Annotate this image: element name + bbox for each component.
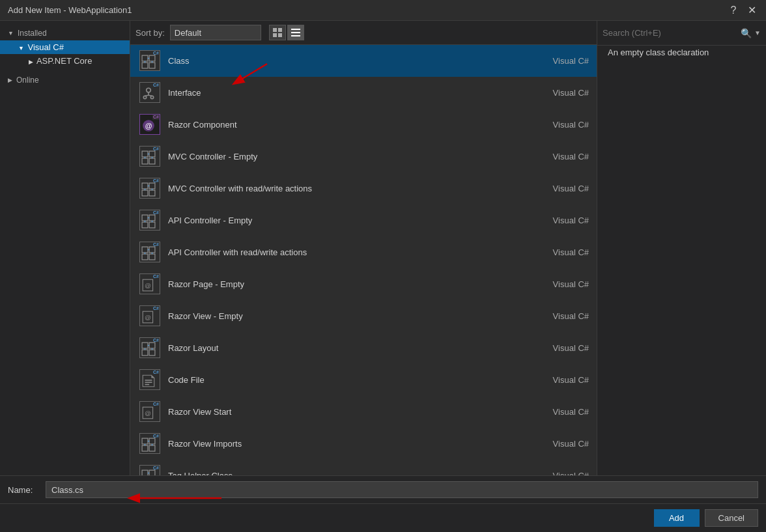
list-item[interactable]: C# @ Razor Component Visual C#: [130, 109, 597, 141]
item-name: Razor View Imports: [168, 439, 537, 449]
search-icon[interactable]: 🔍: [741, 28, 752, 38]
expand-icon-online: ▶: [8, 77, 12, 83]
list-item[interactable]: C# @ Razor View - Empty Visual C#: [130, 300, 597, 332]
add-button[interactable]: Add: [654, 509, 700, 527]
svg-rect-38: [142, 222, 148, 228]
svg-line-18: [145, 95, 149, 96]
item-name: Interface: [168, 88, 537, 98]
svg-point-14: [147, 88, 151, 92]
list-item[interactable]: C# MVC Controller with read/write action…: [130, 173, 597, 204]
razor-page-icon: C# @: [139, 305, 160, 326]
item-icon-container: C# @: [138, 304, 162, 328]
class-icon: C#: [139, 433, 160, 454]
list-item[interactable]: C# API Controller with read/write action…: [130, 236, 597, 268]
list-item[interactable]: C# Class Visual C#: [130, 45, 597, 77]
sidebar: ▼ Installed ▼ Visual C# ▶ ASP.NET Core ▶…: [0, 21, 130, 475]
svg-text:@: @: [145, 122, 152, 130]
class-icon: C#: [139, 242, 160, 262]
item-icon-container: C# @: [138, 272, 162, 296]
svg-rect-68: [142, 438, 148, 444]
svg-rect-56: [142, 350, 148, 356]
item-type: Visual C#: [537, 471, 589, 476]
class-icon: C#: [139, 50, 160, 71]
item-name: Razor Component: [168, 120, 537, 130]
svg-rect-22: [142, 151, 148, 157]
svg-rect-5: [291, 32, 300, 33]
razor-page-icon: C# @: [139, 273, 160, 294]
item-icon-container: C#: [138, 145, 162, 168]
code-file-icon: C#: [139, 369, 160, 390]
item-type: Visual C#: [537, 120, 589, 130]
type-description: An empty class declaration: [608, 46, 756, 59]
svg-point-16: [143, 96, 146, 98]
svg-rect-8: [149, 55, 155, 61]
svg-rect-25: [149, 158, 155, 164]
sort-dropdown[interactable]: Default Name Type: [170, 25, 261, 40]
sort-by-label: Sort by:: [135, 28, 165, 38]
item-type: Visual C#: [537, 279, 589, 289]
svg-rect-30: [149, 183, 155, 189]
sidebar-item-visual-csharp[interactable]: ▼ Visual C#: [0, 40, 130, 54]
item-name: MVC Controller with read/write actions: [168, 184, 537, 193]
class-icon: C#: [139, 210, 160, 231]
item-name: Razor Page - Empty: [168, 279, 537, 289]
list-item[interactable]: C# Razor Layout Visual C#: [130, 332, 597, 364]
svg-rect-69: [149, 438, 155, 444]
svg-rect-0: [273, 28, 277, 32]
list-item[interactable]: C# Tag Helper Class Visual C#: [130, 460, 597, 475]
item-name: Code File: [168, 375, 537, 385]
list-item[interactable]: C# Interface Visual C#: [130, 77, 597, 109]
class-icon: C#: [139, 146, 160, 167]
list-item[interactable]: C# @ Razor Page - Empty Visual C#: [130, 268, 597, 300]
svg-rect-6: [291, 35, 300, 36]
search-input[interactable]: [603, 28, 738, 38]
sidebar-installed-header[interactable]: ▼ Installed: [0, 26, 130, 40]
items-list[interactable]: C# Class Visual C# C#: [130, 45, 597, 475]
close-button[interactable]: ✕: [745, 5, 758, 16]
view-buttons: [269, 25, 304, 40]
sort-wrapper: Default Name Type: [170, 25, 261, 40]
class-icon: C#: [139, 465, 160, 475]
dialog-title: Add New Item - WebApplication1: [8, 5, 132, 15]
class-icon: C#: [139, 178, 160, 199]
svg-rect-7: [142, 55, 148, 61]
svg-text:@: @: [145, 410, 151, 417]
help-button[interactable]: ?: [727, 5, 740, 16]
item-icon-container: C#: [138, 49, 162, 72]
interface-icon: C#: [139, 82, 160, 103]
list-item[interactable]: C# API Controller - Empty Visual C#: [130, 204, 597, 236]
sidebar-online-header[interactable]: ▶ Online: [0, 73, 130, 87]
bottom-bar: Name:: [0, 475, 766, 503]
name-input[interactable]: [46, 481, 758, 498]
expand-icon-aspnet: ▶: [29, 59, 33, 65]
svg-point-17: [150, 96, 153, 98]
list-view-button[interactable]: [287, 25, 304, 40]
cancel-button[interactable]: Cancel: [705, 509, 758, 527]
svg-rect-1: [278, 28, 282, 32]
item-type: Visual C#: [537, 439, 589, 449]
item-icon-container: C#: [138, 336, 162, 359]
search-options-icon[interactable]: ▼: [754, 29, 761, 36]
item-type: Visual C#: [537, 311, 589, 321]
content-area: Sort by: Default Name Type: [130, 21, 597, 475]
list-item[interactable]: C# MVC Controller - Empty Visual C#: [130, 141, 597, 173]
grid-view-button[interactable]: [269, 25, 286, 40]
title-bar: Add New Item - WebApplication1 ? ✕: [0, 0, 766, 21]
item-type: Visual C#: [537, 88, 589, 98]
list-item[interactable]: C# @ Razor View Start Visual C#: [130, 396, 597, 428]
svg-rect-37: [149, 215, 155, 221]
list-item[interactable]: C# Razor View Imports Visual C#: [130, 428, 597, 460]
item-type: Visual C#: [537, 184, 589, 193]
sidebar-item-aspnet-core[interactable]: ▶ ASP.NET Core: [0, 54, 130, 68]
list-item[interactable]: C# Code File Visual C#: [130, 364, 597, 396]
item-type: Visual C#: [537, 247, 589, 257]
svg-rect-36: [142, 215, 148, 221]
svg-rect-75: [142, 470, 148, 475]
item-type: Visual C#: [537, 375, 589, 385]
svg-rect-31: [142, 190, 148, 196]
item-type: Visual C#: [537, 216, 589, 225]
item-name: Razor Layout: [168, 343, 537, 353]
svg-rect-3: [278, 33, 282, 37]
svg-rect-70: [142, 445, 148, 451]
search-bar: 🔍 ▼: [597, 21, 766, 46]
